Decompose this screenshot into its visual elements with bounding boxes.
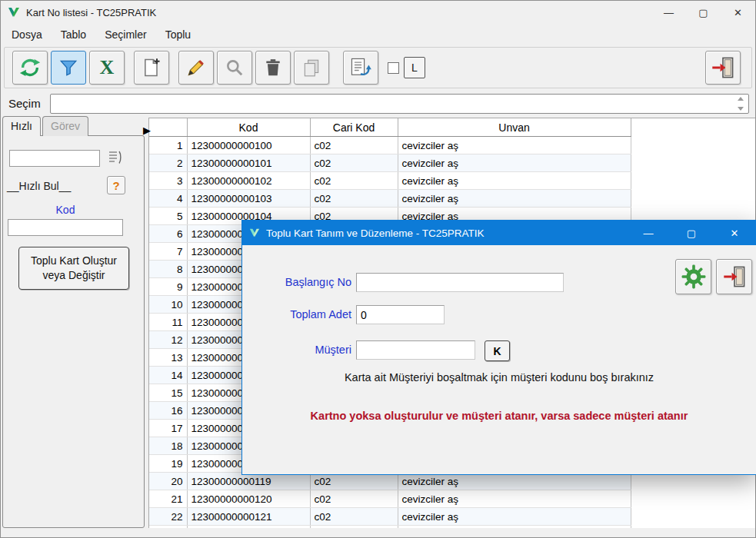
window-titlebar[interactable]: Kart No listesi - TC25PRATIK — ▢ ✕ xyxy=(1,1,755,24)
menu-dosya[interactable]: Dosya xyxy=(2,25,52,44)
minimize-button[interactable]: — xyxy=(651,1,686,24)
dialog-exit-button[interactable] xyxy=(716,259,752,294)
cell-unvan: cevizciler aş xyxy=(398,490,631,508)
filter-icon xyxy=(58,58,78,78)
selection-row: Seçim xyxy=(1,93,755,115)
new-document-icon xyxy=(141,57,162,78)
row-number: 5 xyxy=(149,208,187,225)
baslangic-no-label: Başlangıç No xyxy=(242,276,351,288)
copy-button[interactable] xyxy=(294,51,329,85)
selection-label: Seçim xyxy=(8,97,41,110)
dialog-info-text: Karta ait Müşteriyi boşaltmak için müşte… xyxy=(242,371,756,384)
menu-toplu[interactable]: Toplu xyxy=(156,25,200,44)
header-kod[interactable]: Kod xyxy=(187,118,310,137)
menu-bar: Dosya Tablo Seçimler Toplu xyxy=(1,24,755,45)
cell-kod: 12300000000122 xyxy=(187,526,310,529)
refresh-icon xyxy=(18,56,42,79)
new-record-button[interactable] xyxy=(134,51,169,85)
cell-unvan: Hasan mutaflı xyxy=(398,526,631,529)
filter-button[interactable] xyxy=(51,51,86,85)
panel-tabs: Hızlı Görev xyxy=(2,116,90,136)
maximize-button[interactable]: ▢ xyxy=(686,1,721,24)
cell-unvan: cevizciler aş xyxy=(398,508,631,526)
header-unvan[interactable]: Unvan xyxy=(398,118,631,137)
dialog-settings-button[interactable] xyxy=(675,259,711,294)
baslangic-no-input[interactable] xyxy=(356,273,564,292)
table-row[interactable]: 2212300000000121c02cevizciler aş xyxy=(149,508,631,526)
dialog-close-button[interactable]: ✕ xyxy=(713,221,756,245)
selection-input[interactable] xyxy=(50,94,749,114)
header-row-number xyxy=(149,118,187,137)
table-row[interactable]: 2312300000000122c01Hasan mutaflı xyxy=(149,526,631,529)
close-button[interactable]: ✕ xyxy=(721,1,755,24)
window-title: Kart No listesi - TC25PRATIK xyxy=(26,7,156,18)
row-number: 1 xyxy=(149,137,187,154)
cell-cari-kod: c01 xyxy=(310,526,398,529)
copy-document-icon xyxy=(301,58,321,78)
excel-icon: X xyxy=(100,58,115,78)
report-button[interactable] xyxy=(343,51,378,85)
table-row[interactable]: 2112300000000120c02cevizciler aş xyxy=(149,490,631,508)
pencil-icon xyxy=(186,58,206,78)
row-number: 11 xyxy=(149,314,187,331)
dialog-warning-text: Kartno yoksa oluşturulur ve müşteri atan… xyxy=(242,410,756,422)
dialog-titlebar[interactable]: Toplu Kart Tanım ve Düzenleme - TC25PRAT… xyxy=(242,221,756,245)
exit-button[interactable] xyxy=(705,51,741,85)
tab-hizli[interactable]: Hızlı xyxy=(2,116,41,136)
row-number: 17 xyxy=(149,420,187,437)
table-row[interactable]: 112300000000100c02cevizciler aş xyxy=(149,137,631,154)
refresh-button[interactable] xyxy=(12,51,48,85)
cell-kod: 12300000000120 xyxy=(187,490,310,508)
spinner-down-icon xyxy=(738,107,744,111)
table-row[interactable]: 312300000000102c02cevizciler aş xyxy=(149,172,631,190)
row-number: 21 xyxy=(149,490,187,508)
musteri-lookup-button[interactable]: K xyxy=(485,340,510,361)
row-number: 22 xyxy=(149,508,187,526)
table-row[interactable]: 212300000000101c02cevizciler aş xyxy=(149,154,631,172)
row-number: 19 xyxy=(149,455,187,473)
row-number: 3 xyxy=(149,172,187,190)
panel-expand-icon[interactable]: ▶ xyxy=(143,125,151,136)
help-button[interactable]: ? xyxy=(107,176,125,194)
list-icon xyxy=(107,149,122,166)
excel-export-button[interactable]: X xyxy=(89,51,125,85)
l-button[interactable]: L xyxy=(404,57,425,78)
search-button[interactable] xyxy=(217,51,252,85)
toolbar: X xyxy=(4,47,752,88)
toplam-adet-input[interactable] xyxy=(356,305,445,324)
quick-list-button[interactable] xyxy=(105,147,125,168)
menu-tablo[interactable]: Tablo xyxy=(52,25,95,44)
dialog-maximize-button[interactable]: ▢ xyxy=(670,221,713,245)
kod-input[interactable] xyxy=(8,219,123,236)
musteri-input[interactable] xyxy=(356,340,475,360)
exit-door-icon xyxy=(722,264,747,289)
toolbar-checkbox[interactable] xyxy=(388,62,399,74)
menu-secimler[interactable]: Seçimler xyxy=(95,25,155,44)
row-number: 14 xyxy=(149,367,187,384)
selection-spinner[interactable] xyxy=(736,97,745,111)
dialog-title: Toplu Kart Tanım ve Düzenleme - TC25PRAT… xyxy=(266,227,485,239)
edit-button[interactable] xyxy=(178,51,214,85)
cell-unvan: cevizciler aş xyxy=(398,137,631,154)
bulk-card-dialog: Toplu Kart Tanım ve Düzenleme - TC25PRAT… xyxy=(241,220,756,475)
delete-button[interactable] xyxy=(255,51,291,85)
cell-cari-kod: c02 xyxy=(310,172,398,190)
toplam-adet-label: Toplam Adet xyxy=(242,308,351,320)
table-header-row: Kod Cari Kod Unvan xyxy=(149,118,631,137)
cell-kod: 12300000000101 xyxy=(187,154,310,172)
dialog-minimize-button[interactable]: — xyxy=(627,221,670,245)
cell-kod: 12300000000121 xyxy=(187,508,310,526)
cell-unvan: cevizciler aş xyxy=(398,154,631,172)
tab-gorev[interactable]: Görev xyxy=(42,116,88,136)
app-logo-icon xyxy=(8,6,20,18)
cell-kod: 12300000000100 xyxy=(187,137,310,154)
document-arrow-icon xyxy=(349,56,372,79)
gear-icon xyxy=(681,264,706,289)
cell-cari-kod: c02 xyxy=(310,508,398,526)
header-cari-kod[interactable]: Cari Kod xyxy=(310,118,398,137)
table-row[interactable]: 412300000000103c02cevizciler aş xyxy=(149,190,631,208)
quick-find-input[interactable] xyxy=(9,150,100,167)
row-number: 12 xyxy=(149,331,187,349)
bulk-create-button[interactable]: Toplu Kart Oluştur veya Değiştir xyxy=(18,247,129,290)
row-number: 4 xyxy=(149,190,187,208)
